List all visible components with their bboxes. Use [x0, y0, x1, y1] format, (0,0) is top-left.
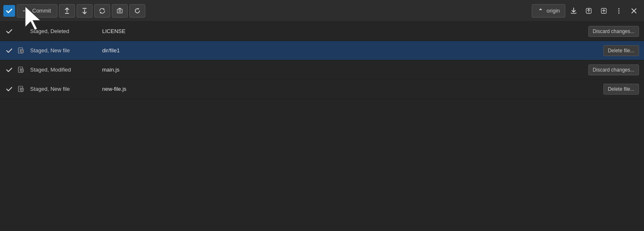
row-file-icon: [15, 86, 27, 92]
row-checkbox[interactable]: [3, 67, 15, 73]
push-up-button[interactable]: [59, 4, 75, 18]
row-action-area: Discard changes...: [588, 26, 639, 37]
file-list: Staged, DeletedLICENSEDiscard changes...…: [0, 22, 644, 99]
origin-label: origin: [546, 8, 560, 14]
pull-icon: [81, 8, 88, 14]
row-status: Staged, Deleted: [27, 28, 102, 34]
close-icon: [631, 8, 637, 14]
push-up-icon: [64, 8, 70, 14]
file-row[interactable]: Staged, New filenew-file.jsDelete file..…: [0, 80, 644, 99]
row-action-area: Delete file...: [603, 84, 639, 95]
toolbar-right: origin: [532, 4, 641, 18]
row-filename: LICENSE: [102, 28, 588, 34]
stash-button[interactable]: [112, 4, 128, 18]
row-action-button[interactable]: Discard changes...: [588, 26, 639, 37]
toolbar-left: Commit: [3, 4, 530, 18]
row-action-button[interactable]: Discard changes...: [588, 64, 639, 75]
row-checkbox[interactable]: [3, 47, 15, 54]
refresh-icon: [134, 8, 141, 14]
more-icon: [616, 8, 622, 14]
more-options-button[interactable]: [612, 4, 626, 18]
row-status: Staged, New file: [27, 47, 102, 54]
file-row[interactable]: Staged, New filedir/file1Delete file...: [0, 41, 644, 60]
row-filename: dir/file1: [102, 47, 603, 54]
fetch-button[interactable]: [567, 4, 580, 18]
svg-point-21: [618, 12, 620, 13]
push-branch-button[interactable]: [597, 4, 611, 18]
branch-up-icon: [537, 8, 544, 14]
row-action-area: Discard changes...: [588, 64, 639, 75]
toolbar: Commit: [0, 0, 644, 22]
svg-point-19: [618, 8, 620, 9]
row-filename: main.js: [102, 67, 588, 73]
commit-icon: [23, 8, 30, 14]
stash-icon: [116, 8, 123, 14]
commit-label: Commit: [32, 8, 51, 14]
close-button[interactable]: [627, 4, 641, 18]
row-action-button[interactable]: Delete file...: [603, 84, 639, 95]
row-status: Staged, New file: [27, 86, 102, 92]
row-status: Staged, Modified: [27, 67, 102, 73]
push-branch-icon: [600, 8, 607, 14]
svg-rect-8: [117, 9, 122, 13]
svg-point-1: [25, 10, 28, 12]
fetch-icon: [570, 8, 577, 14]
row-action-button[interactable]: Delete file...: [603, 45, 639, 56]
file-row[interactable]: Staged, Modifiedmain.jsDiscard changes..…: [0, 60, 644, 80]
commit-button[interactable]: Commit: [17, 4, 57, 18]
publish-button[interactable]: [582, 4, 595, 18]
refresh-button[interactable]: [129, 4, 145, 18]
pull-button[interactable]: [77, 4, 93, 18]
sync-icon: [99, 8, 106, 14]
svg-point-20: [618, 10, 620, 11]
file-row[interactable]: Staged, DeletedLICENSEDiscard changes...: [0, 22, 644, 41]
publish-icon: [585, 8, 592, 14]
origin-button[interactable]: origin: [532, 4, 565, 18]
row-filename: new-file.js: [102, 86, 603, 92]
svg-marker-13: [539, 8, 542, 10]
row-action-area: Delete file...: [603, 45, 639, 56]
select-all-checkbox[interactable]: [3, 5, 15, 17]
row-checkbox[interactable]: [3, 86, 15, 92]
svg-marker-12: [138, 8, 139, 10]
row-checkbox[interactable]: [3, 28, 15, 35]
sync-button[interactable]: [94, 4, 110, 18]
row-file-icon: [15, 47, 27, 54]
row-file-icon: [15, 67, 27, 73]
